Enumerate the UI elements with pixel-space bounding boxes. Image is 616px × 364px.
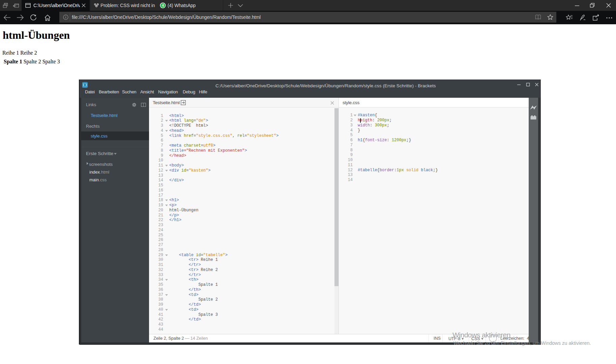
svg-text:4: 4 xyxy=(162,3,164,7)
